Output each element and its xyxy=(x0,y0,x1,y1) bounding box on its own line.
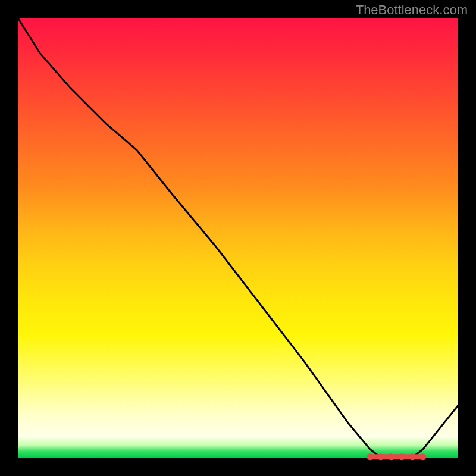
optimal-range-marker xyxy=(367,453,427,460)
plot-area xyxy=(18,18,458,458)
svg-point-1 xyxy=(367,453,374,460)
svg-point-2 xyxy=(377,453,384,460)
watermark-text: TheBottleneck.com xyxy=(356,2,468,18)
svg-point-5 xyxy=(409,453,416,460)
svg-point-6 xyxy=(419,453,426,460)
chart-frame: TheBottleneck.com xyxy=(0,0,476,476)
svg-point-4 xyxy=(399,453,405,460)
svg-point-3 xyxy=(388,453,394,460)
line-curve xyxy=(18,18,458,457)
chart-svg xyxy=(18,18,458,458)
